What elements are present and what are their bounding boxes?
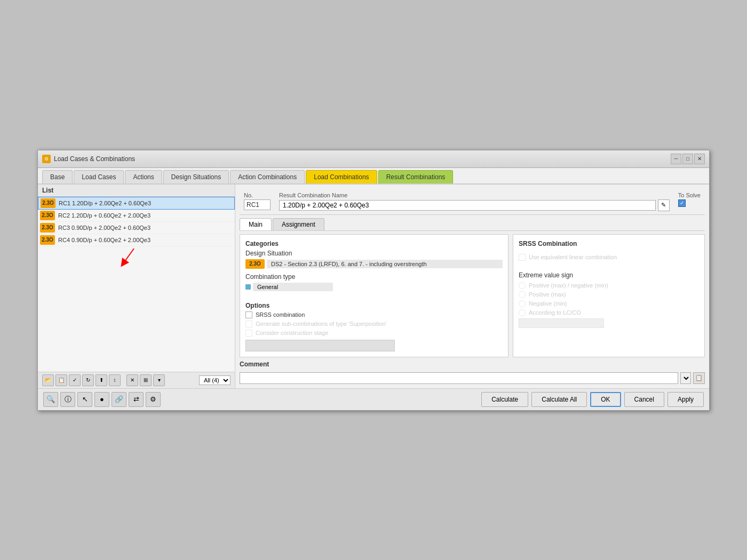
use-equiv-row: Use equivalent linear combination [519,254,699,261]
refresh-icon[interactable]: ↻ [82,374,94,386]
radio-pos-neg[interactable] [519,282,526,289]
rc-no-input[interactable] [244,199,271,210]
calculate-button[interactable]: Calculate [481,392,528,407]
filter-select[interactable]: All (4) [199,375,231,385]
minimize-button[interactable]: ─ [671,154,681,164]
combination-type-label: Combination type [245,273,503,281]
header-no: No. [244,192,271,210]
srss-checkbox[interactable] [245,311,252,318]
extreme-value-group: Extreme value sign Positive (max) / nega… [519,271,699,328]
close-button[interactable]: ✕ [694,154,705,164]
srss-checkbox-row: SRSS combination [245,311,503,318]
options-grey-box [245,340,503,351]
comment-copy-btn[interactable]: 📋 [693,372,705,384]
tab-load-cases[interactable]: Load Cases [74,170,124,183]
construction-stage-checkbox[interactable] [245,330,252,337]
title-bar: ⚙ Load Cases & Combinations ─ □ ✕ [38,150,709,168]
edit-icon[interactable]: ✎ [658,199,670,211]
shuffle-icon[interactable]: ⇄ [129,392,144,407]
inner-tab-assignment[interactable]: Assignment [273,218,324,230]
left-content: Categories Design Situation 2.3O DS2 - S… [240,234,508,357]
left-panel: List 2.3O RC1 1.20D/p + 2.00Qe2 + 0.60Qe… [38,185,235,388]
right-panel: No. Result Combination Name ✎ To Solve ✓ [235,185,709,388]
radio-pos[interactable] [519,291,526,298]
tab-result-combinations[interactable]: Result Combinations [378,170,454,183]
item-badge: 2.3O [40,211,55,220]
dropdown-icon[interactable]: ▾ [153,374,165,386]
combo-type-row: General [245,283,503,291]
dot-icon[interactable]: ● [94,392,109,407]
inner-tab-main[interactable]: Main [240,218,272,230]
generate-sub-checkbox[interactable] [245,321,252,327]
rc-header-row: No. Result Combination Name ✎ To Solve ✓ [240,189,705,215]
use-equiv-label: Use equivalent linear combination [529,254,617,260]
add-icon[interactable]: 📂 [42,374,54,386]
tab-base[interactable]: Base [42,170,73,183]
rc-name-input[interactable] [279,200,656,211]
radio-lc[interactable] [519,309,526,316]
calculate-all-button[interactable]: Calculate All [531,392,587,407]
info-icon[interactable]: ⓘ [60,392,75,407]
link-icon[interactable]: 🔗 [112,392,126,407]
radio-lc-label: According to LC/CO [529,309,581,316]
inner-tabs: Main Assignment [240,218,705,231]
to-solve-checkbox[interactable]: ✓ [678,199,686,207]
options-title: Options [245,302,503,309]
tab-action-combinations[interactable]: Action Combinations [230,170,305,183]
delete-icon[interactable]: ✕ [126,374,138,386]
item-badge: 2.3O [40,223,55,233]
ds-badge: 2.3O [245,259,265,269]
options-input-box [245,340,395,351]
title-bar-left: ⚙ Load Cases & Combinations [42,155,135,163]
list-item[interactable]: 2.3O RC1 1.20D/p + 2.00Qe2 + 0.60Qe3 [38,197,235,210]
radio-pos-label: Positive (max) [529,291,566,298]
settings-icon[interactable]: ⚙ [146,392,161,407]
categories-title: Categories [245,240,503,247]
ok-button[interactable]: OK [590,392,621,407]
tab-load-combinations[interactable]: Load Combinations [306,170,377,183]
generate-sub-label: Generate sub-combinations of type 'Super… [256,321,387,327]
list-items: 2.3O RC1 1.20D/p + 2.00Qe2 + 0.60Qe3 2.3… [38,197,235,372]
maximize-button[interactable]: □ [682,154,693,164]
construction-stage-checkbox-row: Consider construction stage [245,330,503,337]
comment-dropdown[interactable]: ▾ [680,372,691,384]
tab-actions[interactable]: Actions [125,170,162,183]
radio-pos-neg-row: Positive (max) / negative (min) [519,282,699,289]
srss-label: SRSS combination [256,311,305,318]
comment-row: ▾ 📋 [240,372,705,384]
check-icon[interactable]: ✓ [69,374,81,386]
export-icon[interactable]: ⬆ [96,374,107,386]
copy-icon[interactable]: 📋 [55,374,67,386]
use-equiv-checkbox[interactable] [519,254,526,261]
sort-icon[interactable]: ↕ [109,374,121,386]
cancel-button[interactable]: Cancel [624,392,664,407]
item-text: RC3 0.90D/p + 2.00Qe2 + 0.60Qe3 [58,225,150,231]
construction-stage-label: Consider construction stage [256,330,328,336]
arrow-annotation [123,249,145,265]
name-label: Result Combination Name [279,192,670,198]
cursor-icon[interactable]: ↖ [77,392,92,407]
item-text: RC2 1.20D/p + 0.60Qe2 + 2.00Qe3 [58,212,150,219]
right-content: SRSS Combination Use equivalent linear c… [513,234,705,357]
srss-title: SRSS Combination [519,240,699,247]
list-item[interactable]: 2.3O RC3 0.90D/p + 2.00Qe2 + 0.60Qe3 [38,222,235,234]
list-item[interactable]: 2.3O RC2 1.20D/p + 0.60Qe2 + 2.00Qe3 [38,210,235,222]
srss-spacer [519,332,699,351]
apply-button[interactable]: Apply [667,392,704,407]
radio-neg[interactable] [519,300,526,307]
search-icon[interactable]: 🔍 [43,392,58,407]
header-tosolve: To Solve ✓ [678,192,701,207]
comment-section: Comment ▾ 📋 [240,361,705,384]
main-tabs: Base Load Cases Actions Design Situation… [38,168,709,185]
comment-input[interactable] [240,372,678,384]
list-item[interactable]: 2.3O RC4 0.90D/p + 0.60Qe2 + 2.00Qe3 [38,234,235,246]
layout-icon[interactable]: ⊞ [140,374,152,386]
tab-design-situations[interactable]: Design Situations [163,170,229,183]
main-tab-content: Categories Design Situation 2.3O DS2 - S… [240,234,705,357]
item-badge: 2.3O [40,235,55,245]
header-name: Result Combination Name ✎ [279,192,670,211]
comment-title: Comment [240,361,705,368]
content-area: List 2.3O RC1 1.20D/p + 2.00Qe2 + 0.60Qe… [38,185,709,388]
radio-neg-row: Negative (min) [519,300,699,307]
radio-lc-row: According to LC/CO [519,309,699,316]
